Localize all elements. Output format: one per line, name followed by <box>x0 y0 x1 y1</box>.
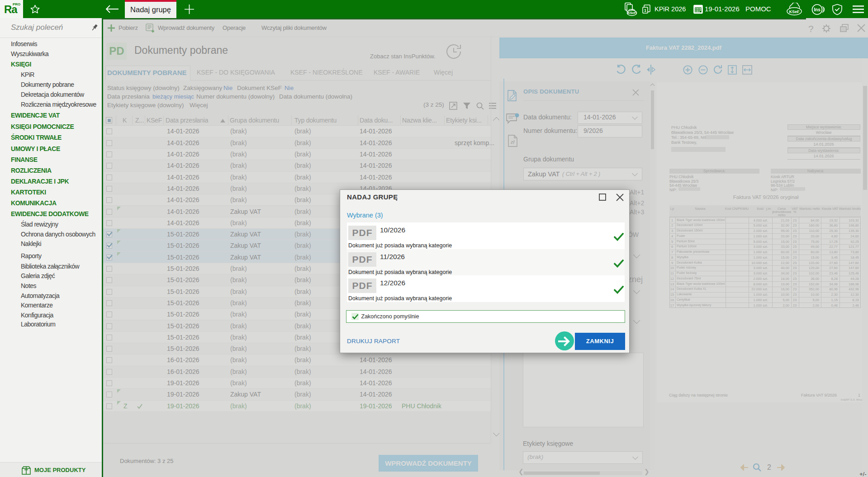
svg-text:KSeF: KSeF <box>627 11 636 15</box>
svg-text:1: 1 <box>644 8 646 13</box>
svg-text:KSeF: KSeF <box>789 9 800 14</box>
svg-text:Ins: Ins <box>814 7 821 12</box>
